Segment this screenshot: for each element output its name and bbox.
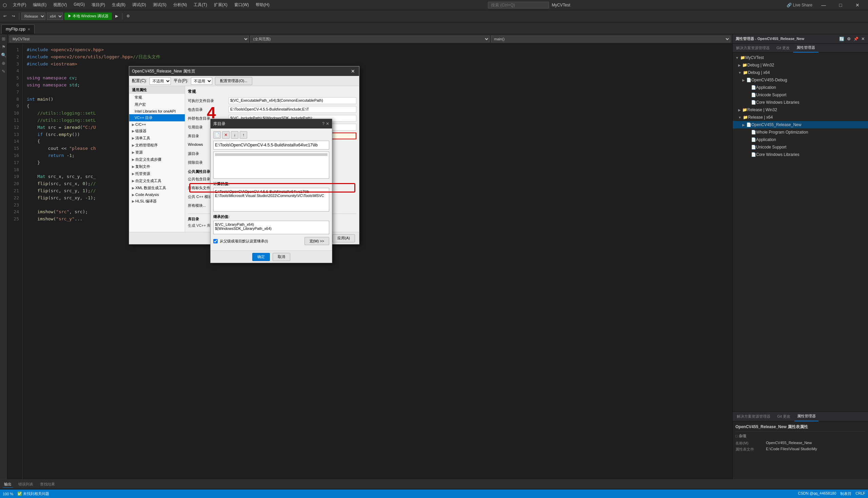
tree-opencv-release[interactable]: ▶ 📄 OpenCV455_Release_New xyxy=(733,121,868,129)
run-button[interactable]: ▶ 本地 Windows 调试器 xyxy=(64,13,112,20)
menu-file[interactable]: 文件(F) xyxy=(11,1,28,9)
undo-button[interactable]: ↩ xyxy=(1,12,9,20)
platform-dropdown[interactable]: 不适用 xyxy=(191,77,212,85)
lib-value-input[interactable] xyxy=(213,141,329,149)
dlg-item-intel[interactable]: Intel Libraries for oneAPI xyxy=(129,108,185,114)
menu-tools[interactable]: 工具(T) xyxy=(192,1,209,9)
lib-down-btn[interactable]: ↓ xyxy=(231,131,238,139)
inherit-checkbox[interactable] xyxy=(213,239,218,244)
lib-new-btn[interactable]: 📄 xyxy=(213,131,221,139)
dlg-item-codeanalysis[interactable]: ▶Code Analysis xyxy=(129,192,185,198)
dlg-item-general[interactable]: 常规 xyxy=(129,94,185,101)
scope-nav-select[interactable]: (全局范围) xyxy=(250,36,490,42)
tree-unicode-debug[interactable]: 📄 Unicode Support xyxy=(733,91,868,99)
code-container[interactable]: 1234567891011121314151617181920212223242… xyxy=(8,44,732,479)
tree-app-debug[interactable]: 📄 Application xyxy=(733,84,868,91)
output-tab[interactable]: 输出 xyxy=(3,481,13,488)
tree-whole-prog[interactable]: 📄 Whole Program Optimization xyxy=(733,129,868,136)
tree-release-win32[interactable]: ▶ 📁 Release | Win32 xyxy=(733,106,868,114)
lib-dialog-close[interactable]: ✕ xyxy=(326,121,329,126)
dlg-item-linker[interactable]: ▶链接器 xyxy=(129,128,185,134)
solution-explorer-tab[interactable]: 解决方案资源管理器 xyxy=(733,44,773,53)
maximize-button[interactable]: □ xyxy=(833,0,848,10)
sync-icon[interactable]: 🔄 xyxy=(839,36,845,42)
pin-icon[interactable]: 📌 xyxy=(853,36,859,42)
run-more-button[interactable]: ▶ xyxy=(113,12,120,20)
toolbar-extra[interactable]: ⚙ xyxy=(124,12,132,20)
prop-manager-tab[interactable]: 属性管理器 xyxy=(793,44,818,53)
menu-ext[interactable]: 扩展(X) xyxy=(212,1,229,9)
close-button[interactable]: ✕ xyxy=(850,0,865,10)
prop-apply-button[interactable]: 应用(A) xyxy=(332,234,355,243)
tree-app-release[interactable]: 📄 Application xyxy=(733,136,868,143)
config-dropdown[interactable]: 不适用 xyxy=(149,77,171,85)
expand-arrow: ▼ xyxy=(735,56,739,60)
tree-root[interactable]: ▼ 📁 MyCVTest xyxy=(733,54,868,61)
dlg-item-cpp[interactable]: ▶C/C++ xyxy=(129,121,185,128)
tree-opencv-debug[interactable]: ▶ 📄 OpenCV455-Debug xyxy=(733,76,868,84)
menu-view[interactable]: 视图(V) xyxy=(51,1,69,9)
close-panel-icon[interactable]: ✕ xyxy=(860,36,865,42)
git-changes-tab[interactable]: Git 更改 xyxy=(773,44,793,53)
error-list-tab[interactable]: 错误列表 xyxy=(17,481,35,487)
dlg-item-hlsl[interactable]: ▶HLSL 编译器 xyxy=(129,198,185,205)
live-share-btn[interactable]: 🔗 Live Share xyxy=(787,3,812,8)
menu-debug[interactable]: 调试(D) xyxy=(130,1,148,9)
side-icon-1[interactable]: ⊞ xyxy=(1,36,7,42)
dlg-item-managed[interactable]: ▶托管资源 xyxy=(129,170,185,177)
tab-close-icon[interactable]: ✕ xyxy=(27,27,30,31)
lib-cancel-button[interactable]: 取消 xyxy=(273,253,290,261)
prop-mgr-tab[interactable]: 属性管理器 xyxy=(794,412,818,421)
search-input[interactable] xyxy=(488,2,549,9)
dlg-item-doc[interactable]: ▶文档管理程序 xyxy=(129,142,185,149)
dlg-item-xml[interactable]: ▶XML 数据生成工具 xyxy=(129,184,185,192)
tree-core-win-debug[interactable]: 📄 Core Windows Libraries xyxy=(733,99,868,106)
tree-unicode-release[interactable]: 📄 Unicode Support xyxy=(733,143,868,151)
lib-ok-button[interactable]: 确定 xyxy=(252,253,270,261)
menu-test[interactable]: 测试(S) xyxy=(151,1,169,9)
tree-core-win-release[interactable]: 📄 Core Windows Libraries xyxy=(733,151,868,158)
sol-explorer-tab[interactable]: 解决方案资源管理器 xyxy=(734,412,773,421)
menu-build[interactable]: 生成(B) xyxy=(110,1,128,9)
side-icon-2[interactable]: ⚑ xyxy=(1,44,7,50)
exec-dir-value[interactable]: $(VC_ExecutablePath_x64);$(CommonExecuta… xyxy=(228,97,356,104)
dlg-item-manifest[interactable]: ▶清单工具 xyxy=(129,134,185,142)
tree-label: Core Windows Libraries xyxy=(756,100,799,105)
include-dir-value[interactable]: E:\Tools\OpenCV-4.5.5-Build\install\incl… xyxy=(228,106,356,113)
symbol-nav-select[interactable]: main() xyxy=(491,36,730,42)
menu-project[interactable]: 项目(P) xyxy=(90,1,107,9)
menu-help[interactable]: 帮助(H) xyxy=(254,1,272,9)
side-icon-5[interactable]: ✎ xyxy=(1,68,7,74)
settings-icon[interactable]: ⚙ xyxy=(846,36,851,42)
tab-myflip[interactable]: myFlip.cpp ✕ xyxy=(1,24,35,34)
dlg-item-customtool[interactable]: ▶自定义生成工具 xyxy=(129,177,185,184)
lib-delete-btn[interactable]: ✕ xyxy=(222,131,229,139)
menu-analyze[interactable]: 分析(N) xyxy=(171,1,189,9)
tree-debug-win32[interactable]: ▶ 📁 Debug | Win32 xyxy=(733,61,868,69)
side-icon-3[interactable]: 🔍 xyxy=(1,52,7,58)
dlg-item-custombuild[interactable]: ▶自定义生成步骤 xyxy=(129,156,185,163)
arch-select[interactable]: x64 xyxy=(47,13,63,20)
dlg-item-macros[interactable]: 用户宏 xyxy=(129,101,185,108)
find-results-tab[interactable]: 查找结果 xyxy=(39,481,56,487)
minimize-button[interactable]: — xyxy=(816,0,831,10)
menu-edit[interactable]: 编辑(E) xyxy=(31,1,49,9)
tree-release-x64[interactable]: ▼ 📁 Release | x64 xyxy=(733,114,868,121)
side-icon-4[interactable]: ⊕ xyxy=(1,60,7,66)
dlg-item-resource[interactable]: ▶资源 xyxy=(129,149,185,156)
lib-up-btn[interactable]: ↑ xyxy=(240,131,247,139)
prop-dialog-close[interactable]: ✕ xyxy=(350,68,356,75)
dlg-item-copyfiles[interactable]: ▶复制文件 xyxy=(129,163,185,170)
menu-git[interactable]: Git(G) xyxy=(71,1,87,9)
tree-debug-x64[interactable]: ▼ 📁 Debug | x64 xyxy=(733,69,868,76)
redo-button[interactable]: ↪ xyxy=(10,12,17,20)
config-select[interactable]: Release xyxy=(21,13,45,20)
project-nav-select[interactable]: MyCVTest xyxy=(10,36,249,42)
lib-dialog-help[interactable]: ? xyxy=(322,121,325,126)
macro-button[interactable]: 宏(M) >> xyxy=(304,237,329,245)
menu-window[interactable]: 窗口(W) xyxy=(232,1,251,9)
general-props-header: 通用属性 xyxy=(129,86,185,94)
git-changes-tab2[interactable]: Git 更改 xyxy=(774,412,793,421)
dlg-item-vcpp[interactable]: VC++ 目录 xyxy=(129,114,185,121)
config-mgr-button[interactable]: 配置管理器(O)... xyxy=(215,77,252,85)
